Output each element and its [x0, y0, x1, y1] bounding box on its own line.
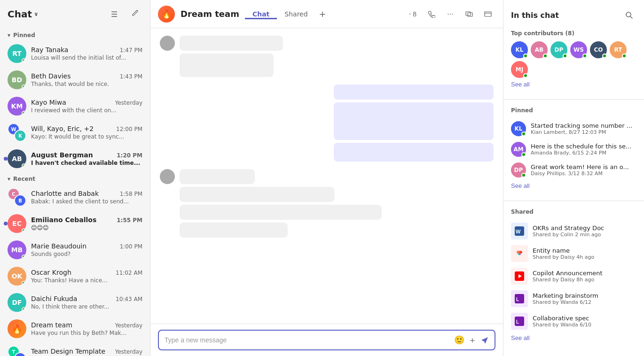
shared-file-info: Copilot Announcement Shared by Daisy 8h …	[533, 270, 636, 283]
message-group	[160, 36, 494, 77]
pinned-section-label: ▾ Pinned	[0, 28, 150, 40]
emoji-button[interactable]: 🙂	[454, 335, 464, 345]
contributor-status	[582, 54, 587, 58]
more-options-icon: ···	[447, 10, 453, 18]
send-button[interactable]	[480, 336, 489, 344]
chat-time: Yesterday	[115, 348, 142, 355]
channel-name: Dream team	[181, 9, 239, 19]
channel-avatar-emoji: 🔥	[161, 9, 172, 19]
chat-input-box: 🙂 ＋	[158, 330, 495, 350]
add-tab-button[interactable]: +	[315, 9, 330, 19]
emoji-icon: 🙂	[454, 335, 464, 345]
message-input[interactable]	[165, 336, 450, 344]
youtube-icon	[514, 271, 525, 282]
see-all-contributors-button[interactable]: See all	[511, 81, 530, 88]
compose-button[interactable]	[127, 7, 142, 22]
pinned-message-text: Great work team! Here is an o...	[531, 163, 636, 170]
message-bubble	[180, 223, 288, 238]
tab-chat[interactable]: Chat	[245, 10, 277, 19]
tab-shared[interactable]: Shared	[277, 10, 315, 19]
status-dot	[22, 85, 26, 89]
popout-button[interactable]	[462, 7, 477, 22]
recent-section-label: ▾ Recent	[0, 172, 150, 184]
contributor-avatar: CO	[590, 41, 607, 58]
chat-item-emiliano-ceballos[interactable]: EC Emiliano Ceballos 1:55 PM 😊😊😊	[0, 210, 150, 237]
participants-button[interactable]: 8	[405, 7, 420, 22]
chat-info: Will, Kayo, Eric, +2 12:00 PM Kayo: It w…	[31, 125, 142, 140]
shared-files-label: Shared	[511, 209, 636, 215]
avatar: OK	[8, 267, 26, 286]
shared-file-item[interactable]: Copilot Announcement Shared by Daisy 8h …	[511, 265, 636, 287]
avatar-initials: RT	[12, 50, 22, 57]
figma-icon	[514, 248, 525, 259]
avatar-initials: EC	[12, 220, 22, 227]
avatar: EC	[8, 214, 26, 233]
pinned-message-meta: Amanda Brady, 6/15 2:24 PM	[531, 150, 636, 156]
shared-file-name: OKRs and Strategy Doc	[533, 224, 636, 232]
sidebar-toolbar: ☰	[107, 7, 142, 22]
minimize-button[interactable]	[480, 7, 495, 22]
pinned-message-info: Started tracking some number ... Kian La…	[531, 122, 636, 135]
svg-text:W: W	[516, 229, 521, 234]
see-all-pinned-button[interactable]: See all	[511, 182, 530, 189]
chat-name: Kayo Miwa	[31, 99, 66, 106]
chat-item-kayo-miwa[interactable]: KM Kayo Miwa Yesterday I reviewed with t…	[0, 93, 150, 119]
chat-item-charlotte-babak[interactable]: C B Charlotte and Babak 1:58 PM Babak: I…	[0, 184, 150, 210]
status-dot	[521, 173, 526, 178]
message-bubble-right	[334, 85, 494, 100]
status-dot	[22, 255, 26, 259]
chat-item-ray-tanaka[interactable]: RT Ray Tanaka 1:47 PM Louisa will send t…	[0, 40, 150, 67]
contributor-status	[523, 54, 528, 58]
chat-time: 11:02 AM	[116, 270, 142, 276]
message-avatar	[160, 36, 175, 51]
pinned-message-item[interactable]: KL Started tracking some number ... Kian…	[511, 118, 636, 139]
contributor-status	[602, 54, 607, 58]
pinned-message-item[interactable]: DP Great work team! Here is an o... Dais…	[511, 160, 636, 180]
avatar-initials: MB	[11, 246, 23, 254]
avatar-initials: OK	[12, 272, 23, 280]
shared-file-item[interactable]: W OKRs and Strategy Doc Shared by Colin …	[511, 220, 636, 242]
chat-name: Beth Davies	[31, 72, 71, 80]
chat-preview: I haven't checked available time...	[31, 160, 142, 166]
chat-name: Dream team	[31, 321, 72, 329]
chat-info: Ray Tanaka 1:47 PM Louisa will send the …	[31, 46, 142, 61]
shared-file-item[interactable]: Entity name Shared by Daisy 4h ago	[511, 242, 636, 265]
see-all-shared-button[interactable]: See all	[511, 334, 530, 341]
chat-item-beth-davies[interactable]: BD Beth Davies 1:43 PM Thanks, that woul…	[0, 67, 150, 93]
unread-dot	[4, 222, 8, 225]
chat-item-marie-beaudouin[interactable]: MB Marie Beaudouin 1:00 PM Sounds good?	[0, 237, 150, 263]
status-dot	[22, 163, 26, 168]
chat-item-august-bergman[interactable]: AB August Bergman 1:20 PM I haven't chec…	[0, 146, 150, 172]
chat-item-oscar-krogh[interactable]: OK Oscar Krogh 11:02 AM You: Thanks! Hav…	[0, 263, 150, 289]
participants-count: 8	[413, 10, 416, 18]
chat-messages	[150, 28, 503, 324]
pinned-messages-label: Pinned	[511, 107, 636, 114]
search-button[interactable]	[621, 8, 636, 23]
svg-point-1	[410, 13, 410, 14]
shared-file-item[interactable]: L Marketing brainstorm Shared by Wanda 6…	[511, 287, 636, 310]
contributor-status	[563, 54, 567, 58]
avatar-group: T D	[8, 346, 26, 356]
chat-input-area: 🙂 ＋	[150, 324, 503, 356]
shared-file-item[interactable]: L Collaborative spec Shared by Wanda 6/1…	[511, 310, 636, 333]
chat-item-team-design-template[interactable]: T D Team Design Template Yesterday Reta:…	[0, 342, 150, 356]
youtube-file-icon	[511, 268, 528, 285]
attach-button[interactable]: ＋	[468, 334, 477, 346]
loop-icon: L	[514, 293, 525, 304]
sidebar-title-area[interactable]: Chat ∨	[8, 8, 39, 20]
more-options-button[interactable]: ···	[443, 7, 458, 22]
shared-file-name: Copilot Announcement	[533, 270, 636, 277]
call-icon	[428, 10, 435, 18]
chat-item-dream-team[interactable]: 🔥 Dream team Yesterday Have you run this…	[0, 316, 150, 342]
send-icon	[480, 336, 489, 344]
pinned-message-item[interactable]: AM Here is the schedule for this se... A…	[511, 139, 636, 160]
svg-rect-3	[468, 13, 472, 16]
chat-preview: No, I think there are other...	[31, 303, 142, 310]
divider	[503, 201, 644, 201]
call-button[interactable]	[424, 7, 439, 22]
chat-item-daichi-fukuda[interactable]: DF Daichi Fukuda 10:43 AM No, I think th…	[0, 289, 150, 316]
filter-button[interactable]: ☰	[107, 7, 122, 22]
chat-item-will-kayo-eric[interactable]: W K Will, Kayo, Eric, +2 12:00 PM Kayo: …	[0, 119, 150, 146]
shared-file-info: Marketing brainstorm Shared by Wanda 6/1…	[533, 292, 636, 305]
chat-name: Team Design Template	[31, 348, 105, 355]
